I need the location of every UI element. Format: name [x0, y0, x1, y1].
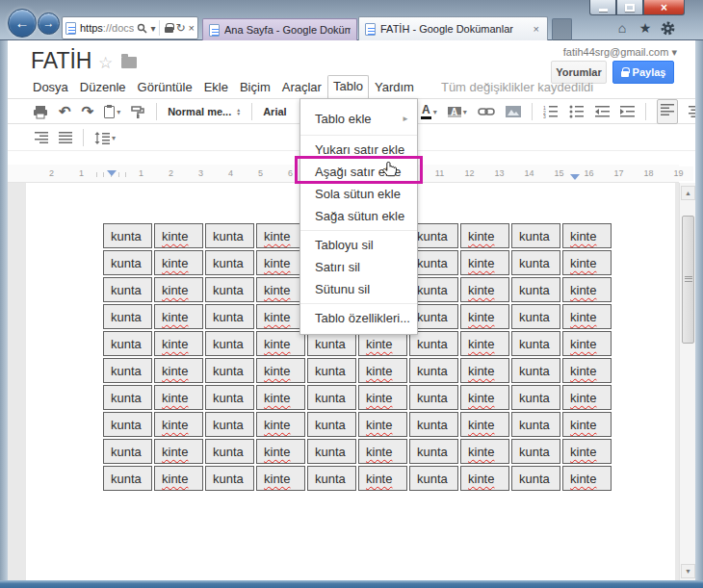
- table-cell[interactable]: kinte: [460, 223, 509, 248]
- table-cell[interactable]: kunta: [205, 466, 254, 491]
- table-cell[interactable]: kunta: [103, 250, 152, 275]
- line-spacing-dropdown-icon[interactable]: ▾: [112, 134, 116, 142]
- menu-item-sola-sutun-ekle[interactable]: Sola sütun ekle: [300, 183, 417, 205]
- table-cell[interactable]: kunta: [103, 412, 152, 437]
- table-cell[interactable]: kinte: [154, 385, 203, 410]
- table-cell[interactable]: kunta: [103, 466, 152, 491]
- font-selector[interactable]: Arial: [263, 106, 286, 117]
- scroll-up-button[interactable]: ▲: [681, 186, 695, 200]
- insert-image-icon[interactable]: [506, 106, 521, 117]
- table-cell[interactable]: kinte: [562, 331, 612, 356]
- menu-bicim[interactable]: Biçim: [234, 77, 276, 98]
- menu-item-tablo-ekle[interactable]: Tablo ekle ►: [300, 107, 417, 132]
- table-cell[interactable]: kinte: [256, 304, 305, 329]
- account-menu[interactable]: fatih44srg@gmail.com ▾: [563, 46, 677, 59]
- table-cell[interactable]: kunta: [511, 412, 560, 437]
- table-cell[interactable]: kinte: [460, 412, 509, 437]
- share-button[interactable]: Paylaş: [612, 61, 674, 84]
- numbered-list-icon[interactable]: 1 2 3: [543, 105, 559, 118]
- stop-icon[interactable]: ×: [189, 22, 195, 34]
- table-cell[interactable]: kunta: [205, 331, 254, 356]
- favorites-star-icon[interactable]: ★: [638, 20, 653, 36]
- align-justify-icon[interactable]: [59, 132, 72, 144]
- table-cell[interactable]: kinte: [358, 439, 407, 464]
- outdent-icon[interactable]: [595, 105, 610, 118]
- table-cell[interactable]: kinte: [358, 358, 407, 383]
- table-cell[interactable]: kunta: [205, 385, 254, 410]
- forward-button[interactable]: →: [38, 13, 60, 35]
- ruler-left-indent-marker[interactable]: [107, 170, 117, 176]
- table-cell[interactable]: kinte: [460, 385, 509, 410]
- table-cell[interactable]: kunta: [307, 412, 356, 437]
- table-cell[interactable]: kinte: [460, 466, 509, 491]
- table-cell[interactable]: kunta: [205, 358, 254, 383]
- highlight-dropdown-icon[interactable]: ▾: [463, 108, 467, 116]
- table-cell[interactable]: kunta: [103, 304, 152, 329]
- table-cell[interactable]: kunta: [103, 358, 152, 383]
- menu-item-saga-sutun-ekle[interactable]: Sağa sütun ekle: [300, 205, 417, 227]
- table-cell[interactable]: kunta: [307, 358, 356, 383]
- table-cell[interactable]: kunta: [511, 223, 560, 248]
- scrollbar[interactable]: ▲ ▼: [679, 183, 695, 581]
- table-cell[interactable]: kinte: [256, 223, 305, 248]
- highlight-color-tool[interactable]: A ▾: [448, 107, 467, 117]
- search-dropdown-icon[interactable]: ▾: [150, 23, 155, 34]
- table-cell[interactable]: kinte: [460, 331, 509, 356]
- tab-close-icon[interactable]: ×: [532, 23, 541, 35]
- table-cell[interactable]: kinte: [154, 358, 203, 383]
- menu-item-sutunu-sil[interactable]: Sütunu sil: [300, 278, 417, 300]
- table-cell[interactable]: kinte: [562, 466, 612, 491]
- menu-yardim[interactable]: Yardım: [369, 77, 420, 98]
- ruler-right-indent-marker[interactable]: [570, 174, 580, 180]
- style-selector[interactable]: Normal me... ▲▼: [168, 106, 241, 117]
- menu-tablo[interactable]: Tablo: [327, 75, 369, 98]
- table-cell[interactable]: kunta: [103, 439, 152, 464]
- menu-item-satiri-sil[interactable]: Satırı sil: [300, 256, 417, 278]
- paint-format-icon[interactable]: [131, 105, 145, 119]
- table-cell[interactable]: kunta: [307, 439, 356, 464]
- new-tab-button[interactable]: [552, 18, 572, 40]
- table-cell[interactable]: kunta: [511, 466, 560, 491]
- refresh-icon[interactable]: ↻: [176, 21, 186, 35]
- table-cell[interactable]: kunta: [511, 304, 560, 329]
- align-left-button[interactable]: [657, 99, 678, 124]
- paste-tool[interactable]: ▾: [104, 106, 120, 118]
- table-cell[interactable]: kinte: [460, 250, 509, 275]
- insert-link-icon[interactable]: [478, 106, 495, 117]
- table-cell[interactable]: kinte: [460, 439, 509, 464]
- document-title[interactable]: FATİH: [31, 48, 91, 74]
- table-cell[interactable]: kinte: [154, 223, 203, 248]
- table-cell[interactable]: kinte: [256, 439, 305, 464]
- table-cell[interactable]: kunta: [511, 385, 560, 410]
- table-cell[interactable]: kinte: [256, 412, 305, 437]
- menu-item-tablo-ozellikleri[interactable]: Tablo özellikleri...: [300, 307, 417, 329]
- table-cell[interactable]: kunta: [409, 358, 458, 383]
- scroll-down-button[interactable]: ▼: [681, 564, 695, 578]
- table-cell[interactable]: kinte: [358, 385, 407, 410]
- undo-icon[interactable]: ↶: [59, 105, 71, 118]
- folder-icon[interactable]: [121, 57, 137, 68]
- menu-dosya[interactable]: Dosya: [27, 77, 74, 98]
- table-cell[interactable]: kunta: [511, 439, 560, 464]
- table-cell[interactable]: kinte: [358, 466, 407, 491]
- menu-item-tabloyu-sil[interactable]: Tabloyu sil: [300, 234, 417, 256]
- table-cell[interactable]: kunta: [205, 439, 254, 464]
- bulleted-list-icon[interactable]: [569, 105, 585, 118]
- table-cell[interactable]: kunta: [205, 412, 254, 437]
- table-cell[interactable]: kinte: [562, 223, 612, 248]
- table-cell[interactable]: kinte: [562, 439, 612, 464]
- table-cell[interactable]: kunta: [205, 250, 254, 275]
- table-cell[interactable]: kunta: [409, 439, 458, 464]
- table-cell[interactable]: kinte: [256, 466, 305, 491]
- menu-duzenle[interactable]: Düzenle: [74, 77, 132, 98]
- table-cell[interactable]: kunta: [409, 412, 458, 437]
- redo-icon[interactable]: ↷: [82, 105, 94, 118]
- tab-fatih[interactable]: FATİH - Google Dokümanlar ×: [358, 16, 548, 40]
- indent-icon[interactable]: [620, 105, 635, 118]
- security-lock-icon[interactable]: [165, 23, 173, 33]
- table-cell[interactable]: kinte: [358, 412, 407, 437]
- table-cell[interactable]: kinte: [562, 385, 612, 410]
- scrollbar-thumb[interactable]: [682, 216, 694, 344]
- table-cell[interactable]: kunta: [307, 466, 356, 491]
- back-button[interactable]: ←: [8, 9, 37, 38]
